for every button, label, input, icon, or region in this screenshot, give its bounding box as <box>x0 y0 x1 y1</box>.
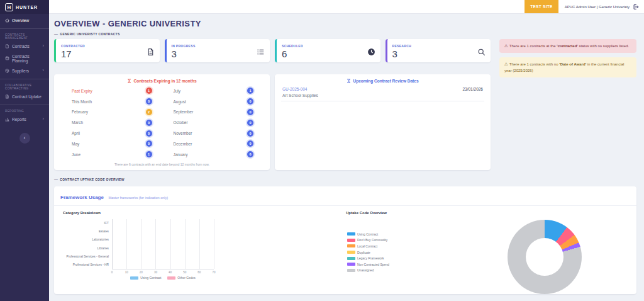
count-badge: 0 <box>247 130 253 137</box>
hunter-logo-icon: H <box>5 3 13 11</box>
axis-tick: 60 <box>197 271 201 274</box>
donut-chart <box>508 220 582 294</box>
donut-chart-legend: Using ContractDon't Buy CommodityLocal C… <box>347 231 389 273</box>
expiring-label: May <box>72 142 79 146</box>
chevron-right-icon: › <box>43 44 45 48</box>
review-rows: GU-2025-00423/01/2026Art School Supplies <box>281 86 484 101</box>
review-panel: Upcoming Contract Review Dates GU-2025-0… <box>275 74 491 170</box>
stat-value: 3 <box>172 49 257 59</box>
sidebar-item-suppliers[interactable]: Suppliers› <box>0 65 49 76</box>
uptake-code-chart: Uptake Code Overview Using ContractDon't… <box>342 211 633 288</box>
expiring-label: November <box>174 131 192 135</box>
expiring-row-february: February2 <box>72 107 152 118</box>
stat-card-contracted[interactable]: CONTRACTED17 <box>54 39 160 62</box>
bar-category-label: Estates <box>63 227 112 236</box>
expiring-row-june: June1 <box>72 149 152 160</box>
expiring-row-november: November0 <box>174 128 254 139</box>
sidebar-group: CONTRACTS MANAGEMENTContracts›Contracts … <box>0 28 49 77</box>
bar-row-estates <box>112 227 214 236</box>
user-menu[interactable]: APUC Admin User | Generic Univeristy <box>565 5 630 9</box>
stat-value: 3 <box>392 49 478 59</box>
document-icon <box>5 44 9 48</box>
review-row: GU-2025-00423/01/2026Art School Supplies <box>281 86 484 101</box>
section-toggle-contracts[interactable]: — GENERIC UNIVERISTY CONTRACTS <box>54 32 636 36</box>
axis-tick: 30 <box>154 271 157 274</box>
sidebar-item-contract-uptake[interactable]: Contract Uptake <box>0 91 49 101</box>
legend-item-duplicate: Duplicate <box>347 249 389 256</box>
chevron-left-icon: ‹ <box>24 135 26 141</box>
topbar: TEST SITE APUC Admin User | Generic Univ… <box>49 0 644 14</box>
legend-item-don-t-buy-commodity: Don't Buy Commodity <box>347 237 389 244</box>
file-check-icon <box>5 94 9 99</box>
bar-row-professional-services-general <box>112 253 214 261</box>
bar-row-professional-services-hr <box>112 261 214 269</box>
legend-swatch <box>347 244 355 247</box>
sidebar-item-overview[interactable]: Overview <box>0 15 49 25</box>
section-toggle-uptake[interactable]: — CONTRACT UPTAKE CODE OVERVIEW <box>54 178 491 181</box>
expiring-row-december: December0 <box>174 139 254 149</box>
legend-item-legacy-framework: Legacy Framework <box>347 255 389 261</box>
expiring-label: This Month <box>72 99 92 104</box>
sidebar-item-reports[interactable]: Reports› <box>0 114 49 124</box>
bar-row-laboratories <box>112 236 214 244</box>
stat-value: 17 <box>61 49 147 59</box>
axis-tick: 70 <box>212 271 215 274</box>
hourglass-icon <box>347 79 351 83</box>
expiring-label: December <box>174 142 192 146</box>
bar-category-label: Laboratories <box>63 236 112 244</box>
sidebar-item-contracts-planning[interactable]: Contracts Planning <box>0 51 49 65</box>
legend-label: Local Contract <box>357 244 377 248</box>
sidebar-collapse-button[interactable]: ‹ <box>19 133 30 144</box>
legend-swatch <box>167 276 175 280</box>
expiring-label: January <box>174 152 188 157</box>
expiring-row-january: January6 <box>174 149 254 160</box>
sidebar-item-contracts[interactable]: Contracts› <box>0 41 49 51</box>
stat-card-scheduled[interactable]: SCHEDULED6 <box>275 39 380 62</box>
count-badge: 6 <box>247 151 253 157</box>
warning-icon: ⚠ <box>504 62 508 66</box>
sign-out-icon[interactable] <box>633 4 639 10</box>
stat-label: SCHEDULED <box>282 44 367 48</box>
bar-category-label: Libraries <box>63 244 112 253</box>
legend-item-using-contract: Using Contract <box>347 231 389 237</box>
legend-swatch <box>347 239 355 242</box>
expiring-label: April <box>72 131 80 135</box>
legend-label: Using Contract <box>140 276 161 280</box>
expiring-label: July <box>174 89 181 93</box>
expiring-row-april: April0 <box>72 128 152 139</box>
stat-label: IN PROGRESS <box>172 44 257 48</box>
legend-label: Other Codes <box>177 276 195 280</box>
expiring-footnote: There are 6 contracts with an end date b… <box>60 162 264 166</box>
expiring-label: October <box>174 120 188 125</box>
collapse-icon: — <box>54 32 58 36</box>
sidebar-group: Overview <box>0 14 49 26</box>
sidebar-section-label: COLLABORATIVE CONTRACTING <box>0 81 49 91</box>
contract-reference-link[interactable]: GU-2025-004 <box>282 87 483 91</box>
expiring-row-october: October0 <box>174 117 254 128</box>
legend-item-using-contract: Using Contract <box>130 276 161 280</box>
sidebar-nav: OverviewCONTRACTS MANAGEMENTContracts›Co… <box>0 14 49 125</box>
count-badge: 2 <box>146 109 152 115</box>
legend-item-local-contract: Local Contract <box>347 243 389 249</box>
stat-card-in-progress[interactable]: IN PROGRESS3 <box>165 39 270 62</box>
legend-label: Non Contracted Spend <box>357 263 389 266</box>
stat-card-research[interactable]: RESEARCH3 <box>386 39 491 62</box>
warning-icon: ⚠ <box>504 43 508 48</box>
expiring-row-july: July1 <box>174 86 254 96</box>
count-badge: 0 <box>247 120 253 126</box>
axis-tick: 40 <box>169 271 172 274</box>
expiring-row-past-expiry: Past Expiry1 <box>72 86 152 96</box>
legend-label: Don't Buy Commodity <box>357 238 387 242</box>
axis-tick: 20 <box>140 271 143 274</box>
legend-swatch <box>347 269 355 272</box>
search-icon <box>477 47 486 55</box>
sidebar-item-label: Contract Uptake <box>12 94 42 99</box>
bar-category-label: ICT <box>63 219 112 227</box>
gridline <box>214 219 214 269</box>
home-icon <box>5 18 9 23</box>
sidebar-group: COLLABORATIVE CONTRACTINGContract Uptake <box>0 79 49 103</box>
legend-label: Unassigned <box>357 268 374 272</box>
calendar-icon <box>5 56 9 60</box>
stat-label: RESEARCH <box>392 44 478 48</box>
expiring-row-september: September0 <box>174 107 254 118</box>
